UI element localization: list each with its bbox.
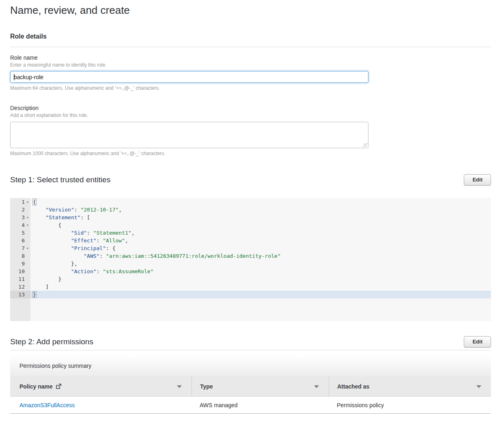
step2-edit-button[interactable]: Edit xyxy=(464,336,491,348)
gutter-cell: 3▾ xyxy=(10,214,30,221)
description-hint: Add a short explanation for this role. xyxy=(10,112,491,119)
description-field-group: Description Add a short explanation for … xyxy=(10,105,491,157)
line-number: 4 xyxy=(22,221,25,229)
sort-triangle-down-icon[interactable] xyxy=(314,385,319,388)
fold-slot xyxy=(25,206,30,214)
gutter-cell: 12 xyxy=(10,283,30,291)
token-key: "Principal" xyxy=(71,245,106,251)
token-plain xyxy=(33,207,45,213)
token-str: "arn:aws:iam::541263489771:role/workload… xyxy=(106,253,280,259)
column-label: Policy name xyxy=(19,383,53,390)
cell-policy-name: AmazonS3FullAccess xyxy=(10,402,192,408)
policy-name-link[interactable]: AmazonS3FullAccess xyxy=(19,402,75,408)
fold-arrow-icon[interactable]: ▾ xyxy=(25,244,30,252)
token-match: } xyxy=(33,291,36,298)
gutter-cell: 4▾ xyxy=(10,221,30,229)
code-line[interactable]: 3▾ "Statement": [ xyxy=(10,214,491,221)
resize-grip-icon[interactable] xyxy=(363,143,367,147)
code-line[interactable]: 13} xyxy=(10,291,491,298)
token-plain: }, xyxy=(33,261,78,267)
code-text: "AWS": "arn:aws:iam::541263489771:role/w… xyxy=(30,252,491,260)
column-header-attached-as[interactable]: Attached as xyxy=(329,376,491,396)
code-line[interactable]: 5 "Sid": "Statement1", xyxy=(10,229,491,237)
column-header-type[interactable]: Type xyxy=(192,376,329,396)
step1-edit-button[interactable]: Edit xyxy=(464,174,491,186)
table-row: AmazonS3FullAccess AWS managed Permissio… xyxy=(10,397,491,414)
code-line[interactable]: 7▾ "Principal": { xyxy=(10,244,491,252)
gutter-cell: 2 xyxy=(10,206,30,214)
description-label: Description xyxy=(10,105,491,112)
role-name-input[interactable]: backup-role xyxy=(10,71,368,83)
section-divider xyxy=(10,350,491,350)
line-number: 10 xyxy=(18,268,25,275)
column-header-policy-name[interactable]: Policy name xyxy=(10,376,192,396)
fold-arrow-icon[interactable]: ▾ xyxy=(25,198,30,206)
gutter-cell: 10 xyxy=(10,268,30,275)
token-plain: { xyxy=(33,222,61,228)
role-name-value: backup-role xyxy=(14,74,43,80)
page-title: Name, review, and create xyxy=(10,4,491,16)
code-line[interactable]: 10 "Action": "sts:AssumeRole" xyxy=(10,268,491,275)
fold-slot xyxy=(25,237,30,244)
token-plain: , xyxy=(125,237,128,244)
token-key: "Sid" xyxy=(71,230,87,236)
token-plain: : xyxy=(97,268,103,274)
code-line[interactable]: 9 }, xyxy=(10,260,491,268)
token-plain xyxy=(33,230,71,236)
code-line[interactable]: 11 } xyxy=(10,275,491,283)
token-key: "Effect" xyxy=(71,237,97,244)
gutter-cell: 8 xyxy=(10,252,30,260)
code-text: ] xyxy=(30,283,491,291)
description-textarea[interactable] xyxy=(10,122,368,148)
editor-cursor xyxy=(36,291,37,297)
line-number: 6 xyxy=(22,237,25,244)
fold-arrow-icon[interactable]: ▾ xyxy=(25,214,30,221)
code-line[interactable]: 6 "Effect": "Allow", xyxy=(10,237,491,244)
role-name-label: Role name xyxy=(10,54,491,61)
code-line[interactable]: 4▾ { xyxy=(10,221,491,229)
token-match: { xyxy=(33,199,36,205)
code-text: "Sid": "Statement1", xyxy=(30,229,491,237)
token-plain: : xyxy=(97,237,103,244)
code-line[interactable]: 1▾{ xyxy=(10,198,491,206)
column-label: Attached as xyxy=(337,383,369,390)
token-plain: , xyxy=(131,230,135,236)
fold-slot xyxy=(25,229,30,237)
gutter-cell: 13 xyxy=(10,291,30,298)
token-plain xyxy=(33,253,84,259)
token-plain xyxy=(33,237,71,244)
code-line[interactable]: 2 "Version": "2012-10-17", xyxy=(10,206,491,214)
step2-heading: Step 2: Add permissions xyxy=(10,337,93,347)
token-plain xyxy=(33,245,71,251)
fold-arrow-icon[interactable]: ▾ xyxy=(25,221,30,229)
line-number: 13 xyxy=(18,291,25,298)
sort-triangle-down-icon[interactable] xyxy=(476,385,481,388)
token-plain: : { xyxy=(106,245,115,251)
code-line[interactable]: 12 ] xyxy=(10,283,491,291)
permissions-policy-summary-panel: Permissions policy summary Policy name T… xyxy=(10,355,491,414)
code-text: } xyxy=(30,275,491,283)
token-str: "2012-10-17" xyxy=(80,207,118,213)
token-str: "Statement1" xyxy=(93,230,131,236)
token-plain xyxy=(33,214,45,220)
fold-slot xyxy=(25,283,30,291)
token-plain: ] xyxy=(33,284,49,290)
trust-policy-code-editor[interactable]: 1▾{2 "Version": "2012-10-17",3▾ "Stateme… xyxy=(10,198,491,321)
token-plain: } xyxy=(33,276,61,282)
permissions-table-header: Policy name Type Attached as xyxy=(10,376,491,397)
sort-triangle-down-icon[interactable] xyxy=(177,385,182,388)
line-number: 5 xyxy=(22,229,25,237)
line-number: 8 xyxy=(22,252,25,260)
step1-header-row: Step 1: Select trusted entities Edit xyxy=(10,174,491,186)
code-line[interactable]: 8 "AWS": "arn:aws:iam::541263489771:role… xyxy=(10,252,491,260)
token-plain: , xyxy=(118,207,122,213)
fold-slot xyxy=(25,252,30,260)
code-text: "Action": "sts:AssumeRole" xyxy=(30,268,491,275)
role-name-hint: Enter a meaningful name to identify this… xyxy=(10,62,491,68)
line-number: 1 xyxy=(22,198,25,206)
token-key: "Version" xyxy=(45,207,74,213)
page-container: Name, review, and create Role details Ro… xyxy=(0,0,504,421)
code-text: "Effect": "Allow", xyxy=(30,237,491,244)
gutter-cell: 9 xyxy=(10,260,30,268)
code-text: "Statement": [ xyxy=(30,214,491,221)
